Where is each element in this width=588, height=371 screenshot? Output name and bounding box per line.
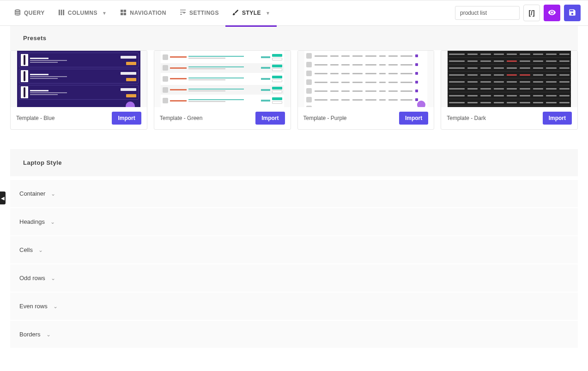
- accordion-row-odd-rows[interactable]: Odd rows ⌄: [10, 264, 578, 293]
- import-button[interactable]: Import: [399, 112, 428, 125]
- presets-row: Template - Blue Import Template - Green …: [10, 50, 578, 130]
- chevron-down-icon: ⌄: [53, 303, 58, 310]
- preset-name: Template - Purple: [303, 115, 347, 121]
- chevron-down-icon: ⌄: [51, 191, 55, 197]
- accordion-row-borders[interactable]: Borders ⌄: [10, 321, 578, 349]
- side-panel-toggle[interactable]: ◀: [0, 191, 6, 204]
- import-button[interactable]: Import: [255, 112, 285, 125]
- chevron-down-icon: ⌄: [51, 275, 55, 281]
- accordion-row-headings[interactable]: Headings ⌄: [10, 208, 578, 236]
- preset-card-purple: Template - Purple Import: [297, 50, 435, 130]
- toolbar-right: [/]: [455, 5, 581, 21]
- tab-navigation[interactable]: NAVIGATION: [113, 0, 173, 26]
- accordion-label: Borders: [19, 331, 41, 338]
- accordion-row-cells[interactable]: Cells ⌄: [10, 236, 578, 264]
- preset-thumbnail[interactable]: [298, 51, 434, 107]
- preview-button[interactable]: [544, 5, 560, 21]
- tab-label: NAVIGATION: [130, 10, 166, 16]
- style-accordion: Container ⌄ Headings ⌄ Cells ⌄ Odd rows …: [10, 180, 578, 349]
- preset-card-dark: Template - Dark Import: [441, 50, 578, 130]
- import-button[interactable]: Import: [543, 112, 572, 125]
- accordion-row-container[interactable]: Container ⌄: [10, 180, 578, 208]
- preset-card-green: Template - Green Import: [154, 50, 291, 130]
- tab-bar: QUERY COLUMNS ▼ NAVIGATION SETTINGS STYL…: [7, 0, 451, 26]
- caret-down-icon: ▼: [266, 11, 270, 16]
- tab-label: STYLE: [242, 10, 261, 16]
- preset-name: Template - Green: [160, 115, 203, 121]
- top-toolbar: QUERY COLUMNS ▼ NAVIGATION SETTINGS STYL…: [0, 0, 588, 26]
- tab-label: SETTINGS: [189, 10, 219, 16]
- database-icon: [14, 9, 21, 18]
- preset-card-blue: Template - Blue Import: [10, 50, 147, 130]
- tab-settings[interactable]: SETTINGS: [173, 0, 225, 26]
- preset-thumbnail[interactable]: [11, 51, 147, 107]
- save-button[interactable]: [564, 5, 581, 21]
- navigation-icon: [120, 9, 127, 18]
- tab-label: COLUMNS: [68, 10, 97, 16]
- accordion-label: Even rows: [19, 303, 48, 310]
- tab-columns[interactable]: COLUMNS ▼: [51, 0, 114, 26]
- accordion-label: Headings: [19, 218, 45, 225]
- preset-name: Template - Blue: [16, 115, 55, 121]
- preset-thumbnail[interactable]: [154, 51, 291, 107]
- chevron-down-icon: ⌄: [38, 247, 43, 253]
- import-button[interactable]: Import: [112, 112, 141, 125]
- accordion-label: Container: [19, 190, 45, 197]
- settings-icon: [179, 9, 187, 18]
- caret-down-icon: ▼: [102, 11, 107, 16]
- presets-header: Presets: [10, 26, 578, 50]
- eye-icon: [548, 8, 556, 18]
- main-content: Presets Template - Blue Import: [0, 26, 588, 367]
- laptop-style-header: Laptop Style: [10, 149, 578, 176]
- columns-icon: [58, 9, 65, 18]
- chevron-down-icon: ⌄: [50, 219, 55, 225]
- preset-thumbnail[interactable]: [441, 51, 577, 107]
- shortcode-button[interactable]: [/]: [523, 5, 540, 21]
- chevron-down-icon: ⌄: [46, 331, 51, 338]
- accordion-label: Odd rows: [19, 275, 45, 281]
- accordion-label: Cells: [19, 246, 33, 253]
- save-icon: [568, 8, 576, 18]
- title-input[interactable]: [455, 6, 520, 20]
- preset-name: Template - Dark: [447, 115, 486, 121]
- tab-query[interactable]: QUERY: [7, 0, 51, 26]
- tab-label: QUERY: [24, 10, 45, 16]
- brush-icon: [232, 9, 239, 18]
- tab-style[interactable]: STYLE ▼: [225, 0, 277, 26]
- accordion-row-even-rows[interactable]: Even rows ⌄: [10, 293, 578, 321]
